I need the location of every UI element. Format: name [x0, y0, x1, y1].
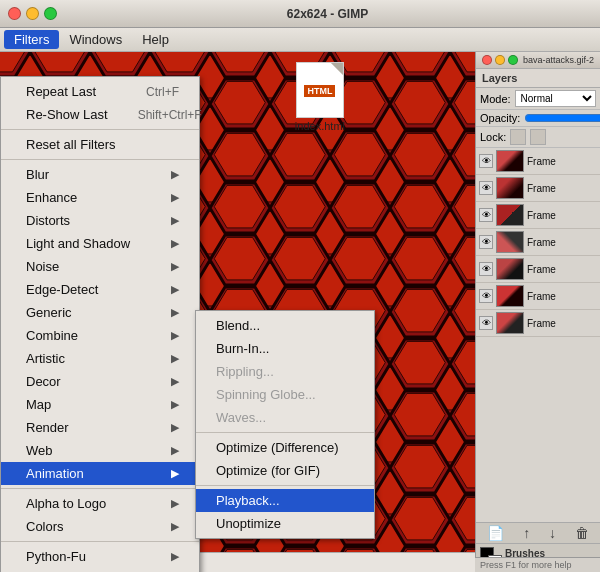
opacity-label: Opacity:: [480, 112, 520, 124]
render-label: Render: [26, 420, 69, 435]
optimize-diff-label: Optimize (Difference): [216, 440, 339, 455]
mode-select[interactable]: Normal: [515, 90, 596, 107]
enhance-label: Enhance: [26, 190, 77, 205]
layer-thumb-5: [496, 258, 524, 280]
file-thumbnail: HTML index.html: [295, 62, 345, 132]
layers-status: Press F1 for more help: [475, 557, 600, 572]
menu-artistic[interactable]: Artistic ▶: [1, 347, 199, 370]
layers-max-btn[interactable]: [508, 55, 518, 65]
layer-up-button[interactable]: ↑: [523, 525, 530, 541]
layer-eye-1[interactable]: 👁: [479, 154, 493, 168]
delete-layer-button[interactable]: 🗑: [575, 525, 589, 541]
layer-eye-6[interactable]: 👁: [479, 289, 493, 303]
noise-label: Noise: [26, 259, 59, 274]
menu-python-fu[interactable]: Python-Fu ▶: [1, 545, 199, 568]
layer-thumb-7: [496, 312, 524, 334]
layers-close-btn[interactable]: [482, 55, 492, 65]
menu-web[interactable]: Web ▶: [1, 439, 199, 462]
combine-label: Combine: [26, 328, 78, 343]
map-label: Map: [26, 397, 51, 412]
menu-windows[interactable]: Windows: [59, 30, 132, 49]
render-arrow: ▶: [171, 421, 179, 434]
minimize-button[interactable]: [26, 7, 39, 20]
main-area: HTML index.html Screen Shot 2012...M.png…: [0, 52, 600, 572]
web-arrow: ▶: [171, 444, 179, 457]
menu-blur[interactable]: Blur ▶: [1, 163, 199, 186]
noise-arrow: ▶: [171, 260, 179, 273]
window-controls[interactable]: [8, 7, 57, 20]
menu-animation[interactable]: Animation ▶: [1, 462, 199, 485]
animation-submenu: Blend... Burn-In... Rippling... Spinning…: [195, 310, 375, 539]
layer-name-2: Frame: [527, 183, 556, 194]
menu-reset-all-filters[interactable]: Reset all Filters: [1, 133, 199, 156]
separator-4: [1, 541, 199, 542]
mode-label: Mode:: [480, 93, 511, 105]
menu-re-show-last[interactable]: Re-Show Last Shift+Ctrl+F: [1, 103, 199, 126]
submenu-blend[interactable]: Blend...: [196, 314, 374, 337]
menu-script-fu[interactable]: Script-Fu ▶: [1, 568, 199, 572]
lock-box-1[interactable]: [510, 129, 526, 145]
edge-detect-label: Edge-Detect: [26, 282, 98, 297]
layers-status-text: Press F1 for more help: [480, 560, 572, 570]
menu-decor[interactable]: Decor ▶: [1, 370, 199, 393]
layer-eye-3[interactable]: 👁: [479, 208, 493, 222]
layers-window-controls[interactable]: [482, 55, 518, 65]
light-shadow-label: Light and Shadow: [26, 236, 130, 251]
file-icon: HTML: [296, 62, 344, 118]
submenu-playback[interactable]: Playback...: [196, 489, 374, 512]
window-title: 62x624 - GIMP: [63, 7, 592, 21]
maximize-button[interactable]: [44, 7, 57, 20]
layer-eye-4[interactable]: 👁: [479, 235, 493, 249]
menu-alpha-to-logo[interactable]: Alpha to Logo ▶: [1, 492, 199, 515]
filters-dropdown: Repeat Last Ctrl+F Re-Show Last Shift+Ct…: [0, 76, 200, 572]
menu-edge-detect[interactable]: Edge-Detect ▶: [1, 278, 199, 301]
lock-box-2[interactable]: [530, 129, 546, 145]
artistic-arrow: ▶: [171, 352, 179, 365]
new-layer-button[interactable]: 📄: [487, 525, 504, 541]
menu-help[interactable]: Help: [132, 30, 179, 49]
menu-generic[interactable]: Generic ▶: [1, 301, 199, 324]
re-show-last-shortcut: Shift+Ctrl+F: [138, 108, 202, 122]
layers-mode-row: Mode: Normal: [476, 88, 600, 110]
layer-eye-2[interactable]: 👁: [479, 181, 493, 195]
menu-render[interactable]: Render ▶: [1, 416, 199, 439]
submenu-separator-2: [196, 485, 374, 486]
menu-distorts[interactable]: Distorts ▶: [1, 209, 199, 232]
menu-filters[interactable]: Filters: [4, 30, 59, 49]
submenu-spinning-globe: Spinning Globe...: [196, 383, 374, 406]
layers-min-btn[interactable]: [495, 55, 505, 65]
layer-thumb-3: [496, 204, 524, 226]
waves-label: Waves...: [216, 410, 266, 425]
opacity-slider[interactable]: [524, 112, 600, 124]
layers-tab-label: Layers: [482, 72, 517, 84]
submenu-optimize-diff[interactable]: Optimize (Difference): [196, 436, 374, 459]
submenu-burn-in[interactable]: Burn-In...: [196, 337, 374, 360]
generic-arrow: ▶: [171, 306, 179, 319]
menu-map[interactable]: Map ▶: [1, 393, 199, 416]
close-button[interactable]: [8, 7, 21, 20]
repeat-last-label: Repeat Last: [26, 84, 96, 99]
layer-eye-7[interactable]: 👁: [479, 316, 493, 330]
spinning-globe-label: Spinning Globe...: [216, 387, 316, 402]
layers-tab[interactable]: Layers: [476, 69, 600, 88]
layer-name-6: Frame: [527, 291, 556, 302]
layer-down-button[interactable]: ↓: [549, 525, 556, 541]
map-arrow: ▶: [171, 398, 179, 411]
submenu-optimize-gif[interactable]: Optimize (for GIF): [196, 459, 374, 482]
menu-combine[interactable]: Combine ▶: [1, 324, 199, 347]
alpha-logo-arrow: ▶: [171, 497, 179, 510]
layer-name-3: Frame: [527, 210, 556, 221]
menu-enhance[interactable]: Enhance ▶: [1, 186, 199, 209]
submenu-unoptimize[interactable]: Unoptimize: [196, 512, 374, 535]
lock-label: Lock:: [480, 131, 506, 143]
layer-eye-5[interactable]: 👁: [479, 262, 493, 276]
menu-colors[interactable]: Colors ▶: [1, 515, 199, 538]
enhance-arrow: ▶: [171, 191, 179, 204]
menu-light-shadow[interactable]: Light and Shadow ▶: [1, 232, 199, 255]
menu-repeat-last[interactable]: Repeat Last Ctrl+F: [1, 80, 199, 103]
animation-label: Animation: [26, 466, 84, 481]
layer-thumb-1: [496, 150, 524, 172]
layer-thumb-6: [496, 285, 524, 307]
menu-noise[interactable]: Noise ▶: [1, 255, 199, 278]
blur-label: Blur: [26, 167, 49, 182]
